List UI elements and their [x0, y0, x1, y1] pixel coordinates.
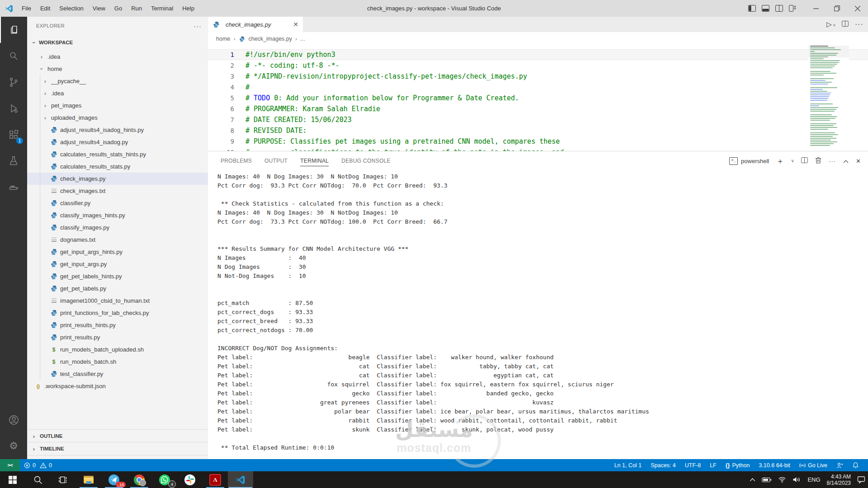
- file-imagenet1000-clsid-to-human-txt[interactable]: imagenet1000_clsid_to_human.txt: [27, 295, 208, 307]
- menu-selection[interactable]: Selection: [55, 0, 88, 17]
- file-get-input-args-hints-py[interactable]: get_input_args_hints.py: [27, 246, 208, 258]
- close-tab-icon[interactable]: ✕: [293, 21, 298, 28]
- testing-icon[interactable]: [0, 148, 27, 174]
- folder--idea[interactable]: ›.idea: [27, 87, 208, 99]
- code-line-2[interactable]: 2# -*- coding: utf-8 -*-: [208, 60, 868, 71]
- file-classifier-py[interactable]: classifier.py: [27, 197, 208, 209]
- file-check-images-txt[interactable]: check_images.txt: [27, 185, 208, 197]
- file-calculates-results-stats-hints-py[interactable]: calculates_results_stats_hints.py: [27, 148, 208, 160]
- close-window-button[interactable]: [847, 0, 868, 17]
- hidden-icons-chevron[interactable]: [750, 478, 755, 482]
- taskbar-clock[interactable]: 4:43 AM 8/14/2023: [827, 474, 851, 486]
- kill-terminal-icon[interactable]: [815, 157, 821, 165]
- feedback-icon[interactable]: [836, 462, 843, 469]
- breadcrumb-file[interactable]: check_images.py: [248, 36, 292, 42]
- language-mode-status[interactable]: {}Python: [726, 462, 750, 469]
- explorer-icon[interactable]: [0, 17, 28, 43]
- code-line-3[interactable]: 3# */AIPND-revision/intropyproject-class…: [208, 71, 868, 82]
- menu-terminal[interactable]: Terminal: [146, 0, 178, 17]
- taskbar-search-icon[interactable]: [25, 471, 51, 488]
- terminal-output[interactable]: N Images: 40 N Dog Images: 30 N NotDog I…: [217, 172, 863, 460]
- breadcrumb-symbol[interactable]: ...: [300, 36, 305, 42]
- file-print-functions-for-lab-checks-py[interactable]: print_functions_for_lab_checks.py: [27, 307, 208, 319]
- notifications-bell-icon[interactable]: [852, 462, 859, 469]
- code-line-1[interactable]: 1#!/usr/bin/env python3: [208, 49, 868, 60]
- file-adjust-results4-isadog-py[interactable]: adjust_results4_isadog.py: [27, 136, 208, 148]
- acrobat-icon[interactable]: A: [203, 471, 228, 488]
- folder-home[interactable]: ›home: [27, 63, 208, 75]
- go-live-status[interactable]: Go Live: [799, 462, 827, 469]
- editor-more-actions-icon[interactable]: ···: [855, 20, 863, 28]
- remote-indicator[interactable]: ><: [0, 459, 20, 471]
- source-control-icon[interactable]: [0, 69, 27, 95]
- slack-icon[interactable]: [177, 471, 203, 488]
- file-get-pet-labels-hints-py[interactable]: get_pet_labels_hints.py: [27, 270, 208, 282]
- vscode-taskbar-icon[interactable]: [228, 471, 253, 488]
- minimize-button[interactable]: [806, 0, 826, 17]
- minimap-slider[interactable]: [808, 46, 849, 57]
- menu-file[interactable]: File: [17, 0, 36, 17]
- terminal-instance[interactable]: >_ powershell: [729, 157, 769, 165]
- file-get-input-args-py[interactable]: get_input_args.py: [27, 258, 208, 270]
- breadcrumb-folder[interactable]: home: [216, 36, 230, 42]
- file-run-models-batch-uploaded-sh[interactable]: $run_models_batch_uploaded.sh: [27, 343, 208, 356]
- menu-edit[interactable]: Edit: [36, 0, 55, 17]
- accounts-icon[interactable]: [0, 407, 27, 433]
- code-line-7[interactable]: 7# DATE CREATED: 15/06/2023: [208, 114, 868, 125]
- outline-section-header[interactable]: › OUTLINE: [27, 429, 208, 442]
- run-debug-icon[interactable]: [0, 95, 27, 122]
- problems-status[interactable]: 0 0: [24, 462, 52, 469]
- battery-icon[interactable]: [762, 477, 772, 483]
- workspace-section-header[interactable]: › WORKSPACE: [27, 36, 208, 49]
- new-terminal-icon[interactable]: ＋: [776, 156, 784, 166]
- close-panel-icon[interactable]: ✕: [856, 158, 861, 164]
- menu-run[interactable]: Run: [127, 0, 146, 17]
- search-icon[interactable]: [0, 43, 27, 69]
- wifi-icon[interactable]: [778, 477, 786, 483]
- folder--pycache-[interactable]: ›__pycache__: [27, 75, 208, 87]
- menu-go[interactable]: Go: [110, 0, 127, 17]
- panel-tab-terminal[interactable]: TERMINAL: [300, 156, 329, 166]
- customize-layout-icon[interactable]: [786, 0, 799, 17]
- file-dognames-txt[interactable]: dognames.txt: [27, 234, 208, 246]
- timeline-section-header[interactable]: › TIMELINE: [27, 442, 208, 455]
- telegram-icon[interactable]: ..16: [101, 471, 127, 488]
- folder-pet-images[interactable]: ›pet_images: [27, 99, 208, 112]
- maximize-panel-icon[interactable]: [843, 158, 849, 164]
- restore-button[interactable]: [826, 0, 847, 17]
- tab-check-images[interactable]: check_images.py ✕: [208, 17, 303, 32]
- whatsapp-icon[interactable]: 4: [152, 471, 177, 488]
- terminal-dropdown-icon[interactable]: ˅: [791, 159, 794, 164]
- code-line-5[interactable]: 5# TODO 0: Add your information below fo…: [208, 93, 868, 103]
- split-terminal-icon[interactable]: [801, 157, 808, 164]
- settings-gear-icon[interactable]: ⚙: [0, 433, 27, 459]
- file-print-results-hints-py[interactable]: print_results_hints.py: [27, 319, 208, 331]
- start-button[interactable]: [0, 471, 25, 488]
- panel-tab-debug-console[interactable]: DEBUG CONSOLE: [341, 156, 391, 166]
- menu-view[interactable]: View: [88, 0, 110, 17]
- menu-help[interactable]: Help: [178, 0, 199, 17]
- code-line-9[interactable]: 9# PURPOSE: Classifies pet images using …: [208, 136, 868, 147]
- file-print-results-py[interactable]: print_results.py: [27, 331, 208, 343]
- action-center-icon[interactable]: [857, 476, 865, 483]
- language-indicator[interactable]: ENG: [807, 476, 820, 483]
- file-check-images-py[interactable]: check_images.py: [27, 173, 208, 185]
- panel-more-actions-icon[interactable]: ···: [829, 158, 836, 164]
- folder--idea[interactable]: ›.idea: [27, 51, 208, 63]
- file-get-pet-labels-py[interactable]: get_pet_labels.py: [27, 282, 208, 295]
- toggle-sidebar-icon[interactable]: [745, 0, 759, 17]
- code-line-8[interactable]: 8# REVISED DATE:: [208, 125, 868, 136]
- chrome-icon[interactable]: [127, 471, 152, 488]
- file-adjust-results4-isadog-hints-py[interactable]: adjust_results4_isadog_hints.py: [27, 124, 208, 136]
- panel-tab-output[interactable]: OUTPUT: [264, 156, 288, 166]
- toggle-panel-icon[interactable]: [759, 0, 772, 17]
- file-classify-images-py[interactable]: classify_images.py: [27, 221, 208, 234]
- task-view-icon[interactable]: [51, 471, 76, 488]
- split-editor-icon[interactable]: [842, 20, 849, 28]
- file-run-models-batch-sh[interactable]: $run_models_batch.sh: [27, 356, 208, 368]
- file-classify-images-hints-py[interactable]: classify_images_hints.py: [27, 209, 208, 221]
- eol-status[interactable]: LF: [710, 462, 717, 469]
- file-test-classifier-py[interactable]: test_classifier.py: [27, 368, 208, 380]
- file-explorer-icon[interactable]: [76, 471, 101, 488]
- code-editor[interactable]: 1#!/usr/bin/env python32# -*- coding: ut…: [208, 46, 868, 155]
